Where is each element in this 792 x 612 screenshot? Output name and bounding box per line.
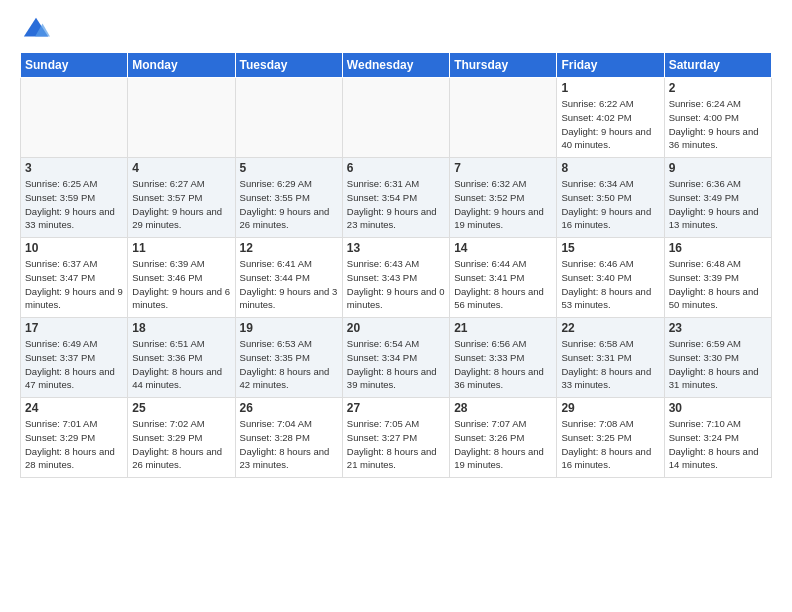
day-info: Sunrise: 6:37 AM Sunset: 3:47 PM Dayligh… (25, 257, 123, 312)
weekday-header-row: SundayMondayTuesdayWednesdayThursdayFrid… (21, 53, 772, 78)
weekday-header-friday: Friday (557, 53, 664, 78)
day-number: 20 (347, 321, 445, 335)
weekday-header-thursday: Thursday (450, 53, 557, 78)
day-info: Sunrise: 6:59 AM Sunset: 3:30 PM Dayligh… (669, 337, 767, 392)
day-cell: 20Sunrise: 6:54 AM Sunset: 3:34 PM Dayli… (342, 318, 449, 398)
day-number: 5 (240, 161, 338, 175)
day-info: Sunrise: 6:22 AM Sunset: 4:02 PM Dayligh… (561, 97, 659, 152)
day-number: 23 (669, 321, 767, 335)
day-info: Sunrise: 6:24 AM Sunset: 4:00 PM Dayligh… (669, 97, 767, 152)
day-cell: 11Sunrise: 6:39 AM Sunset: 3:46 PM Dayli… (128, 238, 235, 318)
day-cell: 29Sunrise: 7:08 AM Sunset: 3:25 PM Dayli… (557, 398, 664, 478)
day-number: 12 (240, 241, 338, 255)
day-cell: 24Sunrise: 7:01 AM Sunset: 3:29 PM Dayli… (21, 398, 128, 478)
page: SundayMondayTuesdayWednesdayThursdayFrid… (0, 0, 792, 488)
day-number: 11 (132, 241, 230, 255)
day-cell: 28Sunrise: 7:07 AM Sunset: 3:26 PM Dayli… (450, 398, 557, 478)
day-cell: 10Sunrise: 6:37 AM Sunset: 3:47 PM Dayli… (21, 238, 128, 318)
day-number: 13 (347, 241, 445, 255)
day-info: Sunrise: 6:25 AM Sunset: 3:59 PM Dayligh… (25, 177, 123, 232)
day-number: 21 (454, 321, 552, 335)
day-info: Sunrise: 6:46 AM Sunset: 3:40 PM Dayligh… (561, 257, 659, 312)
day-cell (342, 78, 449, 158)
day-cell: 4Sunrise: 6:27 AM Sunset: 3:57 PM Daylig… (128, 158, 235, 238)
day-info: Sunrise: 6:44 AM Sunset: 3:41 PM Dayligh… (454, 257, 552, 312)
day-info: Sunrise: 6:31 AM Sunset: 3:54 PM Dayligh… (347, 177, 445, 232)
day-info: Sunrise: 7:02 AM Sunset: 3:29 PM Dayligh… (132, 417, 230, 472)
day-cell: 12Sunrise: 6:41 AM Sunset: 3:44 PM Dayli… (235, 238, 342, 318)
day-number: 30 (669, 401, 767, 415)
day-info: Sunrise: 6:39 AM Sunset: 3:46 PM Dayligh… (132, 257, 230, 312)
day-cell: 30Sunrise: 7:10 AM Sunset: 3:24 PM Dayli… (664, 398, 771, 478)
day-cell: 18Sunrise: 6:51 AM Sunset: 3:36 PM Dayli… (128, 318, 235, 398)
day-number: 22 (561, 321, 659, 335)
day-cell: 23Sunrise: 6:59 AM Sunset: 3:30 PM Dayli… (664, 318, 771, 398)
day-number: 19 (240, 321, 338, 335)
day-cell: 3Sunrise: 6:25 AM Sunset: 3:59 PM Daylig… (21, 158, 128, 238)
day-info: Sunrise: 6:51 AM Sunset: 3:36 PM Dayligh… (132, 337, 230, 392)
weekday-header-saturday: Saturday (664, 53, 771, 78)
day-info: Sunrise: 6:36 AM Sunset: 3:49 PM Dayligh… (669, 177, 767, 232)
logo (20, 16, 50, 40)
day-number: 3 (25, 161, 123, 175)
day-number: 8 (561, 161, 659, 175)
day-cell: 14Sunrise: 6:44 AM Sunset: 3:41 PM Dayli… (450, 238, 557, 318)
day-cell: 21Sunrise: 6:56 AM Sunset: 3:33 PM Dayli… (450, 318, 557, 398)
day-number: 4 (132, 161, 230, 175)
day-cell: 1Sunrise: 6:22 AM Sunset: 4:02 PM Daylig… (557, 78, 664, 158)
day-cell: 26Sunrise: 7:04 AM Sunset: 3:28 PM Dayli… (235, 398, 342, 478)
day-info: Sunrise: 7:07 AM Sunset: 3:26 PM Dayligh… (454, 417, 552, 472)
day-number: 2 (669, 81, 767, 95)
day-info: Sunrise: 7:05 AM Sunset: 3:27 PM Dayligh… (347, 417, 445, 472)
week-row-5: 24Sunrise: 7:01 AM Sunset: 3:29 PM Dayli… (21, 398, 772, 478)
day-info: Sunrise: 7:01 AM Sunset: 3:29 PM Dayligh… (25, 417, 123, 472)
logo-icon (22, 16, 50, 44)
day-number: 24 (25, 401, 123, 415)
day-cell: 17Sunrise: 6:49 AM Sunset: 3:37 PM Dayli… (21, 318, 128, 398)
day-info: Sunrise: 6:58 AM Sunset: 3:31 PM Dayligh… (561, 337, 659, 392)
day-cell: 2Sunrise: 6:24 AM Sunset: 4:00 PM Daylig… (664, 78, 771, 158)
day-cell: 7Sunrise: 6:32 AM Sunset: 3:52 PM Daylig… (450, 158, 557, 238)
day-cell: 8Sunrise: 6:34 AM Sunset: 3:50 PM Daylig… (557, 158, 664, 238)
day-number: 27 (347, 401, 445, 415)
day-cell (21, 78, 128, 158)
day-number: 14 (454, 241, 552, 255)
day-cell: 22Sunrise: 6:58 AM Sunset: 3:31 PM Dayli… (557, 318, 664, 398)
day-cell: 9Sunrise: 6:36 AM Sunset: 3:49 PM Daylig… (664, 158, 771, 238)
day-number: 25 (132, 401, 230, 415)
day-info: Sunrise: 6:32 AM Sunset: 3:52 PM Dayligh… (454, 177, 552, 232)
day-info: Sunrise: 7:04 AM Sunset: 3:28 PM Dayligh… (240, 417, 338, 472)
weekday-header-sunday: Sunday (21, 53, 128, 78)
day-info: Sunrise: 6:29 AM Sunset: 3:55 PM Dayligh… (240, 177, 338, 232)
day-number: 28 (454, 401, 552, 415)
day-info: Sunrise: 6:43 AM Sunset: 3:43 PM Dayligh… (347, 257, 445, 312)
week-row-2: 3Sunrise: 6:25 AM Sunset: 3:59 PM Daylig… (21, 158, 772, 238)
day-cell: 5Sunrise: 6:29 AM Sunset: 3:55 PM Daylig… (235, 158, 342, 238)
calendar-table: SundayMondayTuesdayWednesdayThursdayFrid… (20, 52, 772, 478)
day-info: Sunrise: 6:41 AM Sunset: 3:44 PM Dayligh… (240, 257, 338, 312)
day-info: Sunrise: 6:56 AM Sunset: 3:33 PM Dayligh… (454, 337, 552, 392)
week-row-4: 17Sunrise: 6:49 AM Sunset: 3:37 PM Dayli… (21, 318, 772, 398)
day-cell (450, 78, 557, 158)
weekday-header-wednesday: Wednesday (342, 53, 449, 78)
day-info: Sunrise: 7:08 AM Sunset: 3:25 PM Dayligh… (561, 417, 659, 472)
day-info: Sunrise: 6:54 AM Sunset: 3:34 PM Dayligh… (347, 337, 445, 392)
day-number: 17 (25, 321, 123, 335)
day-info: Sunrise: 6:27 AM Sunset: 3:57 PM Dayligh… (132, 177, 230, 232)
day-cell: 25Sunrise: 7:02 AM Sunset: 3:29 PM Dayli… (128, 398, 235, 478)
day-info: Sunrise: 6:53 AM Sunset: 3:35 PM Dayligh… (240, 337, 338, 392)
day-info: Sunrise: 7:10 AM Sunset: 3:24 PM Dayligh… (669, 417, 767, 472)
day-cell: 16Sunrise: 6:48 AM Sunset: 3:39 PM Dayli… (664, 238, 771, 318)
day-cell: 15Sunrise: 6:46 AM Sunset: 3:40 PM Dayli… (557, 238, 664, 318)
day-cell: 13Sunrise: 6:43 AM Sunset: 3:43 PM Dayli… (342, 238, 449, 318)
day-number: 26 (240, 401, 338, 415)
day-number: 6 (347, 161, 445, 175)
day-info: Sunrise: 6:49 AM Sunset: 3:37 PM Dayligh… (25, 337, 123, 392)
header (20, 16, 772, 40)
day-number: 1 (561, 81, 659, 95)
day-cell: 19Sunrise: 6:53 AM Sunset: 3:35 PM Dayli… (235, 318, 342, 398)
day-cell (128, 78, 235, 158)
weekday-header-monday: Monday (128, 53, 235, 78)
day-cell: 6Sunrise: 6:31 AM Sunset: 3:54 PM Daylig… (342, 158, 449, 238)
day-number: 15 (561, 241, 659, 255)
